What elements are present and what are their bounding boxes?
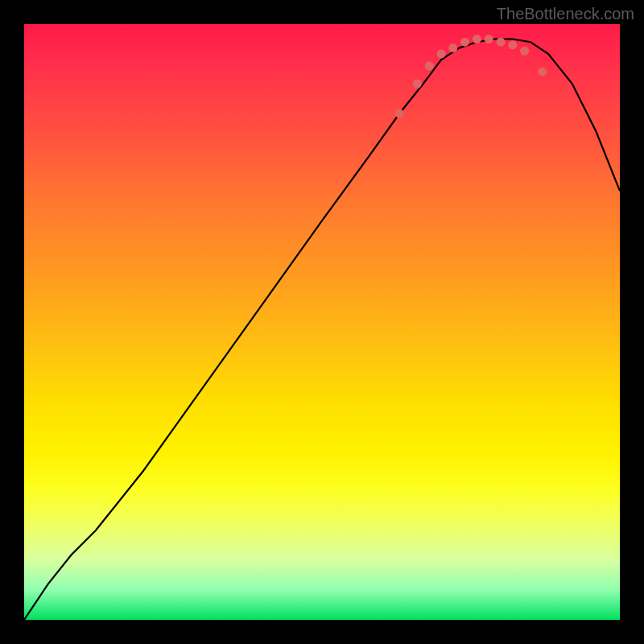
bottleneck-curve [24,39,620,621]
marker-dot [395,109,404,118]
marker-dot [520,47,529,56]
marker-dot [448,43,457,52]
marker-dot [460,38,469,47]
marker-dot [508,40,517,49]
plot-area [24,24,620,620]
marker-dot [485,35,493,43]
marker-dot [425,61,434,70]
watermark-text: TheBottleneck.com [497,5,634,23]
marker-dot [497,38,506,47]
marker-group [395,35,547,118]
marker-dot [413,80,422,89]
marker-dot [538,68,547,76]
curve-svg [24,24,620,620]
marker-dot [437,50,446,59]
marker-dot [473,35,481,43]
